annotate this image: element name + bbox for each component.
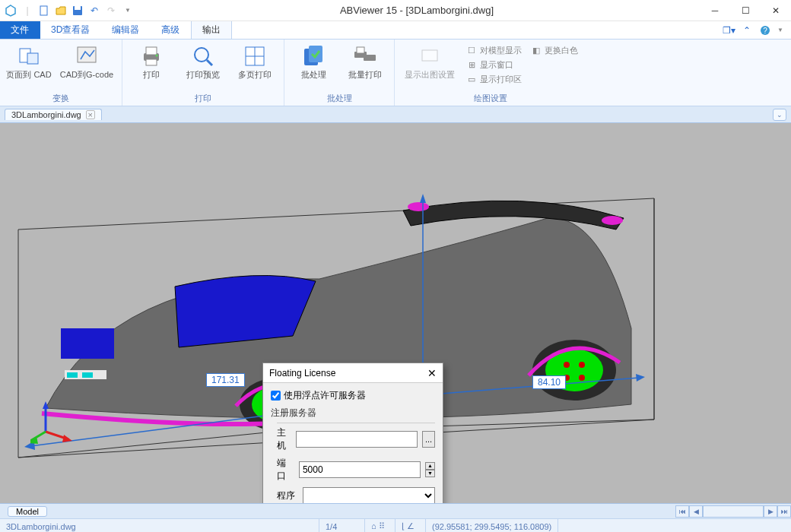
- use-floating-checkbox-row[interactable]: 使用浮点许可服务器: [271, 389, 435, 402]
- svg-text:?: ?: [763, 27, 767, 35]
- ribbon-group-label: 变换: [5, 93, 117, 106]
- svg-marker-43: [420, 194, 426, 203]
- host-label: 主机: [277, 426, 291, 452]
- multi-page-print-button[interactable]: 多页打印: [230, 41, 279, 82]
- minimize-ribbon-icon[interactable]: ⌃: [741, 24, 753, 36]
- ribbon-group-print: 打印 打印预览 多页打印 打印: [122, 40, 284, 106]
- spin-up-icon[interactable]: ▲: [425, 462, 435, 470]
- use-floating-checkbox[interactable]: [271, 391, 281, 401]
- show-as-model-button[interactable]: ☐对模型显示: [463, 44, 525, 57]
- scroll-last-icon[interactable]: ⏭: [777, 505, 791, 518]
- tab-file[interactable]: 文件: [0, 21, 40, 39]
- svg-rect-30: [82, 372, 93, 378]
- help-icon[interactable]: ?: [759, 24, 771, 36]
- tab-editor[interactable]: 编辑器: [101, 21, 151, 39]
- change-white-button[interactable]: ◧更换白色: [528, 44, 581, 57]
- host-input[interactable]: [296, 431, 418, 448]
- document-tab-dropdown[interactable]: ⌄: [773, 109, 786, 121]
- hscroll-controls: ⏮ ◀ ▶ ⏭: [675, 505, 791, 518]
- svg-point-32: [602, 216, 623, 225]
- ribbon-group-batch: 批处理 批量打印 批处理: [284, 40, 395, 106]
- svg-rect-0: [40, 6, 47, 15]
- plot-small-buttons: ☐对模型显示 ⊞显示窗口 ▭显示打印区: [463, 41, 525, 86]
- svg-line-13: [207, 60, 212, 65]
- program-row: 程序: [277, 487, 435, 503]
- qat-separator: |: [21, 5, 33, 17]
- ribbon-group-plot: 显示出图设置 ☐对模型显示 ⊞显示窗口 ▭显示打印区 ◧更换白色 绘图设置: [395, 40, 586, 106]
- use-floating-label: 使用浮点许可服务器: [284, 389, 366, 402]
- ribbon-group-label: 打印: [127, 93, 279, 106]
- tab-output[interactable]: 输出: [191, 21, 232, 39]
- scroll-track[interactable]: [703, 505, 764, 518]
- ribbon-group-label: 绘图设置: [399, 93, 581, 106]
- batch-print-button[interactable]: 批量打印: [341, 41, 389, 82]
- page-to-cad-button[interactable]: 页面到 CAD: [5, 41, 53, 82]
- qat-dropdown-icon[interactable]: ▼: [122, 5, 134, 17]
- print-button[interactable]: 打印: [127, 41, 176, 82]
- show-print-area-button[interactable]: ▭显示打印区: [463, 73, 525, 86]
- print-preview-button[interactable]: 打印预览: [179, 41, 227, 82]
- quick-access-toolbar: | ↶ ↷ ▼: [0, 5, 134, 17]
- svg-rect-9: [146, 47, 157, 55]
- tab-advanced[interactable]: 高级: [151, 21, 191, 39]
- port-label: 端口: [277, 457, 294, 483]
- svg-point-12: [195, 48, 208, 62]
- help-dropdown-icon[interactable]: ▼: [777, 27, 783, 33]
- close-button[interactable]: ✕: [761, 0, 791, 21]
- port-spinner[interactable]: ▲▼: [425, 462, 435, 477]
- host-browse-button[interactable]: ...: [422, 431, 435, 448]
- dimension-label-a: 171.31: [206, 373, 245, 387]
- scroll-right-icon[interactable]: ▶: [764, 505, 777, 518]
- svg-point-31: [408, 202, 429, 211]
- status-angle-icons[interactable]: ⌊ ∠: [396, 519, 426, 532]
- maximize-button[interactable]: ☐: [730, 0, 761, 21]
- svg-rect-21: [357, 47, 364, 53]
- svg-marker-45: [636, 374, 645, 382]
- ribbon-group-transform: 页面到 CAD CAD到G-code 变换: [0, 40, 122, 106]
- scroll-first-icon[interactable]: ⏮: [675, 505, 689, 518]
- statusbar: 3DLamborgini.dwg 1/4 ⌂ ⠿ ⌊ ∠ (92.95581; …: [0, 518, 791, 532]
- ribbon-group-label: 批处理: [289, 93, 389, 106]
- app-icon[interactable]: [5, 5, 17, 17]
- viewport-3d[interactable]: 171.31 84.10 Floating License ✕ 使用浮点许可服务…: [0, 123, 791, 503]
- svg-marker-49: [43, 401, 49, 409]
- svg-rect-18: [309, 46, 322, 62]
- spin-down-icon[interactable]: ▼: [425, 470, 435, 477]
- document-tab-close-icon[interactable]: ×: [86, 110, 95, 119]
- scroll-left-icon[interactable]: ◀: [689, 505, 703, 518]
- dialog-titlebar[interactable]: Floating License ✕: [263, 363, 443, 383]
- program-select[interactable]: [303, 487, 435, 503]
- document-tabs: 3DLamborgini.dwg × ⌄: [0, 106, 791, 123]
- status-page: 1/4: [319, 519, 365, 532]
- minimize-button[interactable]: ─: [700, 0, 730, 21]
- dialog-close-icon[interactable]: ✕: [427, 367, 437, 379]
- svg-rect-27: [61, 328, 114, 359]
- tabs-right-tools: ❐▾ ⌃ ? ▼: [723, 21, 791, 39]
- dialog-title: Floating License: [269, 368, 335, 378]
- port-input[interactable]: [299, 461, 421, 478]
- status-tool-icons[interactable]: ⌂ ⠿: [365, 519, 396, 532]
- redo-icon[interactable]: ↷: [105, 5, 117, 17]
- ribbon-tabs: 文件 3D查看器 编辑器 高级 输出 ❐▾ ⌃ ? ▼: [0, 21, 791, 40]
- model-tabs: Model ⏮ ◀ ▶ ⏭: [0, 503, 791, 518]
- document-tab[interactable]: 3DLamborgini.dwg ×: [5, 109, 102, 120]
- show-window-button[interactable]: ⊞显示窗口: [463, 59, 525, 71]
- program-label: 程序: [277, 489, 298, 502]
- batch-button[interactable]: 批处理: [289, 41, 338, 82]
- axis-gizmo[interactable]: [30, 401, 76, 450]
- tab-3dviewer[interactable]: 3D查看器: [40, 21, 101, 39]
- new-icon[interactable]: [38, 5, 50, 17]
- cad-to-gcode-button[interactable]: CAD到G-code: [56, 41, 117, 82]
- port-row: 端口 ▲▼: [277, 457, 435, 483]
- show-plot-settings-button[interactable]: 显示出图设置: [399, 41, 460, 82]
- model-tab[interactable]: Model: [8, 506, 47, 517]
- svg-marker-51: [62, 435, 72, 442]
- window-arrange-icon[interactable]: ❐▾: [723, 24, 735, 36]
- open-icon[interactable]: [55, 5, 67, 17]
- svg-rect-2: [75, 6, 81, 10]
- svg-point-39: [579, 362, 585, 368]
- save-icon[interactable]: [71, 5, 84, 17]
- titlebar: | ↶ ↷ ▼ ABViewer 15 - [3DLamborgini.dwg]…: [0, 0, 791, 21]
- svg-rect-10: [146, 59, 157, 65]
- undo-icon[interactable]: ↶: [88, 5, 100, 17]
